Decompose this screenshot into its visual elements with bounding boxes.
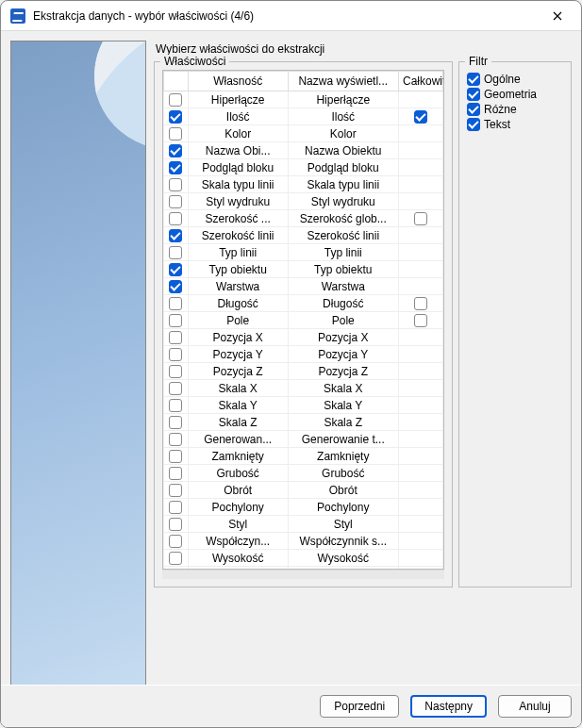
- cell-display[interactable]: Zamknięty: [288, 448, 398, 465]
- cell-display[interactable]: Szerokość linii: [288, 227, 398, 244]
- table-row[interactable]: Styl wydrukuStyl wydruku: [164, 193, 443, 210]
- table-row[interactable]: Typ obiektuTyp obiektu: [164, 261, 443, 278]
- row-checkbox[interactable]: [169, 263, 182, 276]
- table-row[interactable]: Skala XSkala X: [164, 380, 443, 397]
- cell-display[interactable]: Generowanie t...: [288, 431, 398, 448]
- cell-display[interactable]: Szerokość glob...: [288, 210, 398, 227]
- cell-display[interactable]: Pochylony: [288, 499, 398, 516]
- total-checkbox[interactable]: [414, 297, 427, 310]
- cell-display[interactable]: Kolor: [288, 125, 398, 142]
- cell-display[interactable]: Obrót: [288, 482, 398, 499]
- row-checkbox[interactable]: [169, 93, 182, 107]
- row-checkbox[interactable]: [169, 127, 182, 141]
- row-checkbox[interactable]: [169, 552, 182, 565]
- cell-display[interactable]: Styl wydruku: [288, 193, 398, 210]
- cell-display[interactable]: Grubość: [288, 465, 398, 482]
- row-checkbox[interactable]: [169, 399, 182, 412]
- filter-checkbox[interactable]: [467, 103, 480, 116]
- row-checkbox[interactable]: [169, 246, 182, 259]
- cell-display[interactable]: Pozycja Z: [288, 363, 398, 380]
- row-checkbox[interactable]: [169, 297, 182, 310]
- row-checkbox[interactable]: [169, 484, 182, 497]
- table-row[interactable]: IlośćIlość: [164, 108, 443, 125]
- col-display[interactable]: Nazwa wyświetl...: [288, 72, 398, 91]
- table-row[interactable]: Pozycja YPozycja Y: [164, 346, 443, 363]
- row-checkbox[interactable]: [169, 280, 182, 293]
- filter-item[interactable]: Różne: [467, 102, 563, 117]
- next-button[interactable]: Następny: [410, 695, 487, 718]
- table-row[interactable]: HiperłączeHiperłącze: [164, 91, 443, 108]
- col-total[interactable]: Całkowity: [398, 72, 442, 91]
- table-row[interactable]: Pozycja XPozycja X: [164, 329, 443, 346]
- row-checkbox[interactable]: [169, 467, 182, 480]
- table-row[interactable]: WysokośćWysokość: [164, 550, 443, 567]
- row-checkbox[interactable]: [169, 178, 182, 191]
- table-row[interactable]: ZamkniętyZamknięty: [164, 448, 443, 465]
- table-row[interactable]: ObrótObrót: [164, 482, 443, 499]
- table-row[interactable]: Generowan...Generowanie t...: [164, 431, 443, 448]
- cell-display[interactable]: Nazwa Obiektu: [288, 142, 398, 159]
- row-checkbox[interactable]: [169, 416, 182, 429]
- total-checkbox[interactable]: [414, 110, 427, 124]
- filter-checkbox[interactable]: [467, 73, 480, 86]
- table-row[interactable]: DługośćDługość: [164, 295, 443, 312]
- cell-display[interactable]: Współczynnik s...: [288, 533, 398, 550]
- cell-display[interactable]: Typ obiektu: [288, 261, 398, 278]
- cell-display[interactable]: Skala typu linii: [288, 176, 398, 193]
- table-row[interactable]: Szerokość ...Szerokość glob...: [164, 210, 443, 227]
- cell-display[interactable]: Skala X: [288, 380, 398, 397]
- cell-display[interactable]: Pozycja X: [288, 329, 398, 346]
- col-checkbox[interactable]: [164, 72, 189, 91]
- filter-item[interactable]: Ogólne: [467, 72, 563, 87]
- cell-display[interactable]: Hiperłącze: [288, 91, 398, 108]
- table-row[interactable]: Skala typu liniiSkala typu linii: [164, 176, 443, 193]
- cell-display[interactable]: Typ linii: [288, 244, 398, 261]
- total-checkbox[interactable]: [414, 314, 427, 327]
- cell-display[interactable]: Pozycja Y: [288, 346, 398, 363]
- table-row[interactable]: WarstwaWarstwa: [164, 278, 443, 295]
- table-row[interactable]: Szerokość liniiSzerokość linii: [164, 227, 443, 244]
- filter-checkbox[interactable]: [467, 118, 480, 131]
- row-checkbox[interactable]: [169, 161, 182, 174]
- table-row[interactable]: Skala ZSkala Z: [164, 414, 443, 431]
- filter-item[interactable]: Geometria: [467, 87, 563, 102]
- cell-display[interactable]: Skala Z: [288, 414, 398, 431]
- table-row[interactable]: PochylonyPochylony: [164, 499, 443, 516]
- row-checkbox[interactable]: [169, 535, 182, 548]
- total-checkbox[interactable]: [414, 212, 427, 225]
- cell-display[interactable]: Wysokość: [288, 550, 398, 567]
- cell-display[interactable]: Pole: [288, 312, 398, 329]
- row-checkbox[interactable]: [169, 433, 182, 446]
- filter-item[interactable]: Tekst: [467, 117, 563, 132]
- col-property[interactable]: Własność: [188, 72, 288, 91]
- table-row[interactable]: StylStyl: [164, 516, 443, 533]
- table-row[interactable]: Typ liniiTyp linii: [164, 244, 443, 261]
- row-checkbox[interactable]: [169, 212, 182, 225]
- cell-display[interactable]: Podgląd bloku: [288, 159, 398, 176]
- row-checkbox[interactable]: [169, 450, 182, 463]
- row-checkbox[interactable]: [169, 229, 182, 242]
- row-checkbox[interactable]: [169, 382, 182, 395]
- table-row[interactable]: PolePole: [164, 312, 443, 329]
- table-row[interactable]: Podgląd blokuPodgląd bloku: [164, 159, 443, 176]
- table-row[interactable]: GrubośćGrubość: [164, 465, 443, 482]
- row-checkbox[interactable]: [169, 331, 182, 344]
- table-row[interactable]: Pozycja ZPozycja Z: [164, 363, 443, 380]
- row-checkbox[interactable]: [169, 144, 182, 157]
- cell-display[interactable]: Skala Y: [288, 397, 398, 414]
- row-checkbox[interactable]: [169, 314, 182, 327]
- filter-checkbox[interactable]: [467, 88, 480, 101]
- row-checkbox[interactable]: [169, 110, 182, 124]
- close-button[interactable]: [543, 2, 572, 30]
- cell-display[interactable]: Długość: [288, 295, 398, 312]
- row-checkbox[interactable]: [169, 365, 182, 378]
- cancel-button[interactable]: Anuluj: [498, 695, 572, 718]
- row-checkbox[interactable]: [169, 195, 182, 208]
- cell-display[interactable]: Warstwa: [288, 278, 398, 295]
- prev-button[interactable]: Poprzedni: [320, 695, 399, 718]
- row-checkbox[interactable]: [169, 501, 182, 514]
- row-checkbox[interactable]: [169, 348, 182, 361]
- cell-display[interactable]: Styl: [288, 516, 398, 533]
- horizontal-scrollbar[interactable]: [162, 570, 444, 579]
- table-row[interactable]: Nazwa Obi...Nazwa Obiektu: [164, 142, 443, 159]
